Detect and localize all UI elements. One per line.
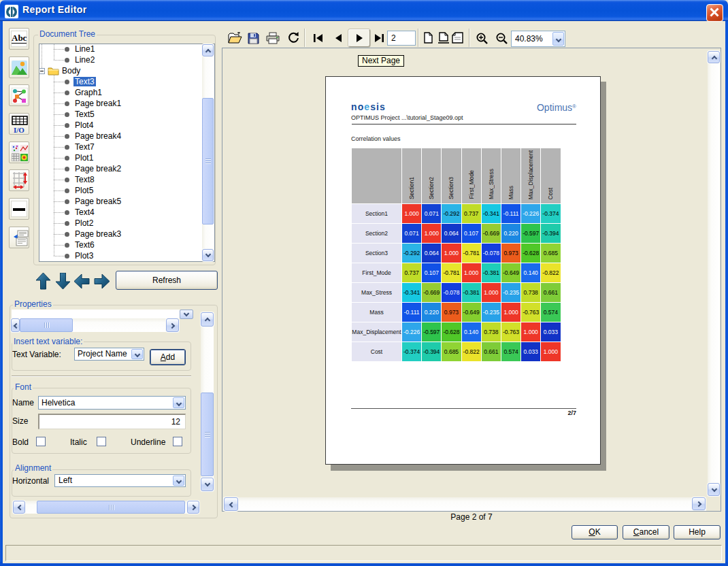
svg-text:I/O: I/O [14,126,24,133]
